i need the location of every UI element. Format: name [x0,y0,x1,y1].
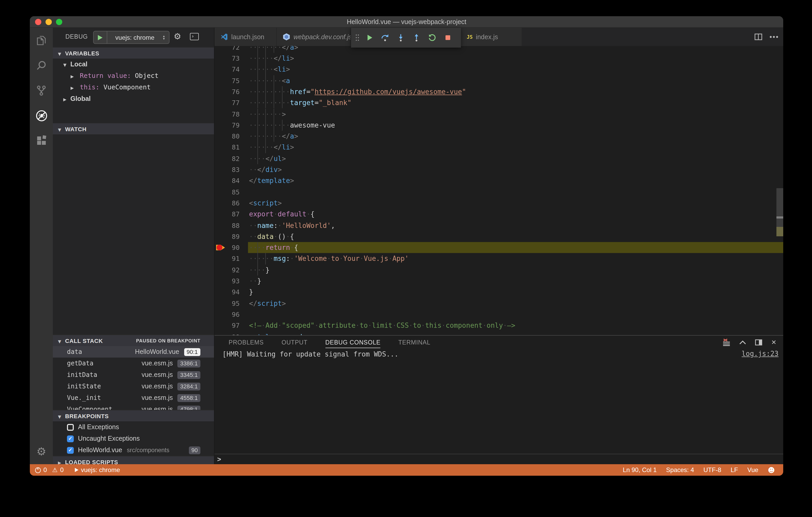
code-line[interactable]: 80········</a> [214,131,783,142]
watch-section-header[interactable]: ▼ WATCH [53,123,214,134]
split-panel-icon[interactable] [755,339,762,345]
variable-row[interactable]: ▶ this: VueComponent [53,82,214,93]
checkbox[interactable] [67,435,74,442]
line-number[interactable]: 74 [214,64,240,75]
line-number[interactable]: 98 [214,331,240,335]
code-line[interactable]: 78········> [214,109,783,120]
code-line[interactable]: 91······msg:·'Welcome·to·Your·Vue.js·App… [214,253,783,265]
line-number[interactable]: 85 [214,186,240,197]
line-number[interactable]: 96 [214,309,240,320]
line-number[interactable]: 75 [214,75,240,86]
tab-index-js[interactable]: JS index.js [461,28,522,46]
start-debugging-button[interactable] [94,31,107,43]
line-number[interactable]: 89 [214,231,240,242]
code-line[interactable]: 81······</li> [214,142,783,153]
line-number[interactable]: 91 [214,253,240,265]
breakpoints-section-header[interactable]: ▼ BREAKPOINTS [53,410,214,421]
step-out-button[interactable] [410,31,423,44]
sidebar-item-extensions[interactable] [30,128,53,153]
line-number[interactable]: 73 [214,53,240,64]
stack-frame-row[interactable]: initStatevue.esm.js3284:1 [53,381,214,392]
step-into-button[interactable] [394,31,408,44]
language-mode[interactable]: Vue [747,466,758,474]
code-line[interactable]: 75········<a [214,75,783,86]
editor-scrollbar[interactable] [776,188,783,236]
variable-row[interactable]: ▶ Return value: Object [53,70,214,82]
line-number[interactable]: 95 [214,298,240,309]
code-line[interactable]: 85 [214,186,783,197]
configure-launch-button[interactable]: ⚙ [174,31,181,41]
line-number[interactable]: 86 [214,197,240,209]
stop-button[interactable] [441,31,455,44]
continue-button[interactable] [362,31,376,44]
error-count[interactable]: 0 [44,466,47,474]
code-line[interactable]: 87export·default·{ [214,209,783,220]
more-actions-icon[interactable]: ••• [770,33,779,41]
sidebar-item-search[interactable] [30,53,53,78]
code-line[interactable]: 86<script> [214,197,783,209]
code-line[interactable]: 94} [214,287,783,298]
close-panel-icon[interactable]: ✕ [771,339,776,346]
line-number[interactable]: 76 [214,86,240,97]
line-number[interactable]: 72 [214,46,240,53]
variables-scope-global[interactable]: ▶ Global [53,93,214,104]
tab-output[interactable]: OUTPUT [282,336,308,349]
line-number[interactable]: 93 [214,275,240,287]
eol-type[interactable]: LF [731,466,738,474]
code-line[interactable]: 77··········target="_blank" [214,97,783,109]
loaded-scripts-section-header[interactable]: ▶ LOADED SCRIPTS [53,456,214,464]
call-stack-section-header[interactable]: ▼ CALL STACK PAUSED ON BREAKPOINT [53,335,214,346]
breakpoint-current-marker[interactable] [216,244,225,251]
code-line[interactable]: 98<style·scoped> [214,331,783,335]
code-line[interactable]: 97<!—·Add·"scoped"·attribute·to·limit·CS… [214,320,783,331]
variables-scope-local[interactable]: ▼ Local [53,59,214,70]
code-line[interactable]: 79··········awesome-vue [214,120,783,131]
line-number[interactable]: 80 [214,131,240,142]
stack-frame-row[interactable]: Vue._initvue.esm.js4558:1 [53,392,214,403]
restart-button[interactable] [425,31,439,44]
line-number[interactable]: 92 [214,264,240,275]
code-line[interactable]: 72········</a> [214,46,783,53]
line-number[interactable]: 78 [214,109,240,120]
line-number[interactable]: 83 [214,164,240,175]
feedback-smiley-icon[interactable]: ☻ [768,466,775,474]
toolbar-drag-grip-icon[interactable] [354,31,360,44]
code-line[interactable]: 83··</div> [214,164,783,175]
launch-configuration-select[interactable]: vuejs: chrome ▲▼ [93,31,170,44]
stack-frame-row[interactable]: initDatavue.esm.js3345:1 [53,369,214,381]
code-line[interactable]: 88··name:·'HelloWorld', [214,220,783,231]
checkbox[interactable] [67,424,74,430]
code-line[interactable]: 73······</li> [214,53,783,64]
line-number[interactable]: 79 [214,120,240,131]
code-line[interactable]: 76··········href="https://github.com/vue… [214,86,783,97]
maximize-panel-icon[interactable] [739,340,746,344]
stack-frame-row[interactable]: VueComponentvue.esm.js4798:1 [53,403,214,410]
tab-debug-console[interactable]: DEBUG CONSOLE [325,336,381,349]
code-line[interactable]: 92····} [214,264,783,275]
encoding[interactable]: UTF-8 [703,466,721,474]
code-line[interactable]: 95</script> [214,298,783,309]
cursor-position[interactable]: Ln 90, Col 1 [623,466,657,474]
stack-frame-row[interactable]: getDatavue.esm.js3386:1 [53,358,214,369]
checkbox[interactable] [67,447,74,454]
tab-webpack-dev-conf[interactable]: webpack.dev.conf.js [277,28,351,46]
code-editor[interactable]: 72········</a>73······</li>74······<li>7… [214,46,783,335]
tab-terminal[interactable]: TERMINAL [399,336,431,349]
debug-console-input[interactable]: > [214,454,783,464]
indentation[interactable]: Spaces: 4 [666,466,694,474]
tab-problems[interactable]: PROBLEMS [229,336,264,349]
code-line[interactable]: 93··} [214,275,783,287]
line-number[interactable]: 87 [214,209,240,220]
breakpoint-row[interactable]: All Exceptions [53,421,214,433]
code-line[interactable]: 90····return·{ [214,242,783,253]
code-line[interactable]: 84</template> [214,175,783,187]
line-number[interactable]: 77 [214,97,240,109]
code-line[interactable]: 96 [214,309,783,320]
breakpoint-row[interactable]: HelloWorld.vuesrc/components90 [53,444,214,456]
sidebar-item-explorer[interactable] [30,28,53,53]
manage-button[interactable]: ⚙ [30,440,53,463]
debug-console-toggle-button[interactable]: › [190,33,199,40]
split-editor-icon[interactable] [754,33,762,40]
line-number[interactable]: 97 [214,320,240,331]
warning-count[interactable]: 0 [60,466,64,474]
